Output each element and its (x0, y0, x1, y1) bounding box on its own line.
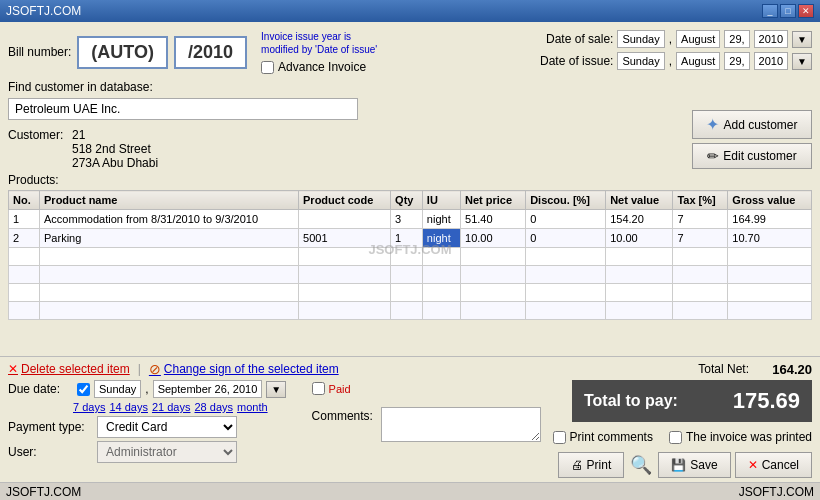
table-row[interactable]: 1 Accommodation from 8/31/2010 to 9/3/20… (9, 210, 812, 229)
customer-search-row: Find customer in database: (8, 80, 812, 94)
change-sign-link[interactable]: ⊘ Change sign of the selected item (149, 361, 339, 377)
col-qty: Qty (391, 191, 423, 210)
cell-product-name: Accommodation from 8/31/2010 to 9/3/2010 (40, 210, 299, 229)
products-table: No. Product name Product code Qty IU Net… (8, 190, 812, 320)
cell-no: 2 (9, 229, 40, 248)
due-date-full: September 26, 2010 (153, 380, 263, 398)
due-date-picker-button[interactable]: ▼ (266, 381, 286, 398)
date-issue-label: Date of issue: (533, 54, 613, 68)
print-comments-check: Print comments (553, 430, 653, 444)
print-button[interactable]: 🖨 Print (558, 452, 625, 478)
invoice-printed-checkbox[interactable] (669, 431, 682, 444)
cancel-icon: ✕ (748, 458, 758, 472)
minimize-button[interactable]: _ (762, 4, 778, 18)
customer-number-label: Customer: (8, 128, 68, 142)
bill-number-label: Bill number: (8, 45, 71, 59)
cell-net-value: 154.20 (606, 210, 673, 229)
col-gross-value: Gross value (728, 191, 812, 210)
cancel-button[interactable]: ✕ Cancel (735, 452, 812, 478)
customer-name-input[interactable]: Petroleum UAE Inc. (8, 98, 358, 120)
invoice-printed-check: The invoice was printed (669, 430, 812, 444)
print-icon: 🖨 (571, 458, 583, 472)
add-customer-button[interactable]: ✦ Add customer (692, 110, 812, 139)
delete-item-link[interactable]: ✕ Delete selected item (8, 362, 130, 376)
quick-14days[interactable]: 14 days (109, 401, 148, 413)
date-section: Date of sale: Sunday , August 29, 2010 ▼… (533, 30, 812, 74)
quick-7days[interactable]: 7 days (73, 401, 105, 413)
total-pay-label: Total to pay: (584, 392, 678, 410)
cell-product-code: 5001 (299, 229, 391, 248)
date-issue-comma: , (669, 54, 672, 68)
total-net-label: Total Net: (698, 362, 749, 376)
col-discount: Discou. [%] (526, 191, 606, 210)
paid-label: Paid (329, 383, 351, 395)
col-net-price: Net price (461, 191, 526, 210)
date-sale-date: 29, (724, 30, 749, 48)
col-iu: IU (422, 191, 460, 210)
date-sale-row: Date of sale: Sunday , August 29, 2010 ▼ (533, 30, 812, 48)
bottom-buttons: 🖨 Print 🔍 💾 Save ✕ Cancel (558, 452, 812, 478)
comments-label: Comments: (312, 407, 377, 423)
table-row-empty (9, 302, 812, 320)
customer-address2: 273A Abu Dhabi (72, 156, 158, 170)
status-right: JSOFTJ.COM (739, 485, 814, 499)
bill-note: Invoice issue year is modified by 'Date … (261, 30, 381, 56)
quick-28days[interactable]: 28 days (194, 401, 233, 413)
cell-qty: 1 (391, 229, 423, 248)
right-section: Total to pay: 175.69 Print comments The … (553, 380, 812, 478)
window-title: JSOFTJ.COM (6, 4, 81, 18)
date-sale-comma: , (669, 32, 672, 46)
add-customer-icon: ✦ (706, 115, 719, 134)
status-bar: JSOFTJ.COM JSOFTJ.COM (0, 482, 820, 500)
total-net-value: 164.20 (757, 362, 812, 377)
table-row-empty (9, 284, 812, 302)
bill-auto-box[interactable]: (AUTO) (77, 36, 168, 69)
customer-number: 21 518 2nd Street 273A Abu Dhabi (72, 128, 158, 170)
due-date-row: Due date: Sunday , September 26, 2010 ▼ (8, 380, 300, 398)
invoice-printed-label: The invoice was printed (686, 430, 812, 444)
status-left: JSOFTJ.COM (6, 485, 81, 499)
date-issue-year: 2010 (754, 52, 788, 70)
date-issue-picker-button[interactable]: ▼ (792, 53, 812, 70)
date-issue-month: August (676, 52, 720, 70)
close-button[interactable]: ✕ (798, 4, 814, 18)
cell-iu: night (422, 229, 460, 248)
quick-21days[interactable]: 21 days (152, 401, 191, 413)
delete-icon: ✕ (8, 362, 18, 376)
table-row[interactable]: 2 Parking 5001 1 night 10.00 0 10.00 7 1… (9, 229, 812, 248)
col-net-value: Net value (606, 191, 673, 210)
main-content: Bill number: (AUTO) /2010 Invoice issue … (0, 22, 820, 500)
print-options-row: Print comments The invoice was printed (553, 430, 812, 444)
bottom-row1: ✕ Delete selected item | ⊘ Change sign o… (8, 361, 812, 377)
date-sale-month: August (676, 30, 720, 48)
advance-invoice-checkbox[interactable] (261, 61, 274, 74)
print-comments-checkbox[interactable] (553, 431, 566, 444)
comments-row: Comments: (312, 407, 541, 442)
cell-net-value: 10.00 (606, 229, 673, 248)
col-product-name: Product name (40, 191, 299, 210)
bottom-section: ✕ Delete selected item | ⊘ Change sign o… (0, 356, 820, 482)
comments-input[interactable] (381, 407, 541, 442)
payment-type-select[interactable]: Credit Card Cash Transfer Check (97, 416, 237, 438)
customer-buttons: ✦ Add customer ✏ Edit customer (692, 110, 812, 169)
quick-month[interactable]: month (237, 401, 268, 413)
due-date-checkbox[interactable] (77, 383, 90, 396)
bill-year-box[interactable]: /2010 (174, 36, 247, 69)
date-issue-day: Sunday (617, 52, 664, 70)
date-issue-row: Date of issue: Sunday , August 29, 2010 … (533, 52, 812, 70)
user-select[interactable]: Administrator (97, 441, 237, 463)
change-sign-icon: ⊘ (149, 361, 161, 377)
print-preview-button[interactable]: 🔍 (628, 452, 654, 478)
date-sale-year: 2010 (754, 30, 788, 48)
save-button[interactable]: 💾 Save (658, 452, 730, 478)
middle-section: Paid Comments: (312, 380, 541, 442)
date-sale-picker-button[interactable]: ▼ (792, 31, 812, 48)
paid-checkbox[interactable] (312, 382, 325, 395)
maximize-button[interactable]: □ (780, 4, 796, 18)
title-bar-buttons: _ □ ✕ (762, 4, 814, 18)
products-label: Products: (8, 173, 59, 187)
edit-customer-button[interactable]: ✏ Edit customer (692, 143, 812, 169)
bottom-left: Due date: Sunday , September 26, 2010 ▼ … (8, 380, 300, 463)
cell-no: 1 (9, 210, 40, 229)
date-issue-date: 29, (724, 52, 749, 70)
